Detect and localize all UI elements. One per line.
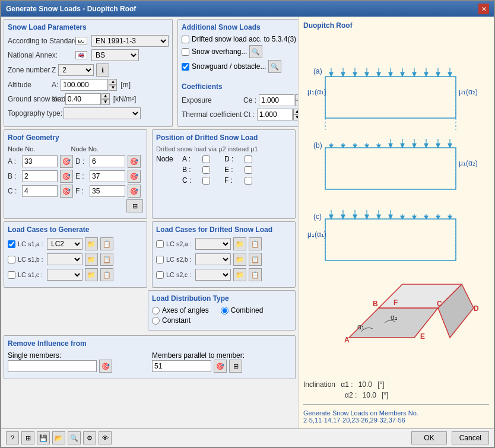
cancel-button[interactable]: Cancel [452,431,489,444]
overhang-search[interactable]: 🔍 [249,45,262,58]
lc-s1a-label: LC s1,a : [18,240,45,247]
lc-s1b-check[interactable] [8,256,15,263]
thermal-up[interactable]: ▲ [293,109,298,115]
ground-snow-up[interactable]: ▲ [101,93,110,99]
thermal-down[interactable]: ▼ [293,115,298,120]
snowguard-checkbox[interactable] [182,63,189,71]
lc-s2c-check[interactable] [156,271,164,279]
lc-s2a-btn2[interactable]: 📋 [249,237,262,250]
lc-s1b-btn1[interactable]: 📁 [85,253,98,266]
parallel-pick[interactable]: 🎯 [214,360,227,373]
standard-select[interactable]: EN 1991-1-3 [91,35,169,47]
lc-s2c-select[interactable] [195,269,231,281]
lc-s2a-check[interactable] [156,240,164,248]
lc-s2b-btn2[interactable]: 📋 [249,253,262,266]
pos-node-b-check[interactable] [202,166,210,174]
parallel-btn2[interactable]: ⊞ [229,360,242,373]
zone-select[interactable]: 2 [58,64,94,76]
svg-text:α₁: α₁ [357,323,364,331]
svg-text:E: E [420,332,425,341]
lc-s1a-btn1[interactable]: 📁 [85,237,98,250]
parallel-input[interactable] [152,360,211,372]
lc-s1a-check[interactable] [8,240,15,248]
bottom-bar: ? ⊞ 💾 📂 🔍 ⚙ 👁 OK Cancel [1,428,494,447]
lc-s2c-btn2[interactable]: 📋 [249,268,262,281]
lc-s2b-btn1[interactable]: 📁 [233,253,246,266]
exposure-ce: Ce : [243,96,256,104]
save-button[interactable]: 💾 [37,431,50,444]
pick-c-left[interactable]: 🎯 [60,185,73,198]
exposure-spinner: ▲ ▼ [259,94,298,106]
snowguard-search[interactable]: 🔍 [268,60,281,73]
ok-button[interactable]: OK [411,431,446,444]
lc-s1a-select[interactable]: LC2 [47,238,82,250]
load-cases-drifted-section: Load Cases for Drifted Snow Load LC s2,a… [152,221,296,288]
remove-influence-title: Remove Influence from [8,339,291,348]
overhang-label: Snow overhang... [192,47,247,56]
lc-s2a-btn1[interactable]: 📁 [233,237,246,250]
pos-node-e-check[interactable] [245,166,252,174]
input-a-right[interactable] [90,155,125,167]
pos-node-a-check[interactable] [202,155,210,163]
svg-text:μ₁(α₂): μ₁(α₂) [459,88,478,96]
input-c-right[interactable] [90,185,125,197]
altitude-input[interactable] [61,79,108,91]
pick-a-right[interactable]: 🎯 [128,155,141,168]
pick-b-left[interactable]: 🎯 [60,170,73,183]
single-input[interactable] [8,360,97,372]
input-c-left[interactable] [22,185,58,197]
constant-radio-row: Constant [152,316,291,325]
alpha2-value: 10.0 [362,391,376,399]
constant-radio[interactable] [152,317,160,325]
lc-s1b-btn2[interactable]: 📋 [100,253,113,266]
lc-s1c-btn2[interactable]: 📋 [100,268,113,281]
roof-row-a: A : 🎯 D : 🎯 [8,155,143,168]
overhang-checkbox[interactable] [182,48,189,56]
close-button[interactable]: ✕ [478,4,489,14]
load-distribution-section: Load Distribution Type Axes of angles Co… [148,290,296,331]
pos-node-f-check[interactable] [245,177,252,185]
exposure-input[interactable] [259,94,294,106]
pick-c-right[interactable]: 🎯 [128,185,141,198]
lc-s2a-select[interactable] [195,238,231,250]
help-button[interactable]: ? [6,431,19,444]
lc-s1b-select[interactable] [47,253,82,265]
zone-info-button[interactable]: ℹ [96,63,109,77]
combined-radio[interactable] [221,307,229,314]
load-button[interactable]: 📂 [52,431,65,444]
thermal-input[interactable] [257,109,293,120]
drifted-checkbox[interactable] [182,36,189,43]
lc-s1c-check[interactable] [8,271,15,279]
lc-s2b-row: LC s2,b : 📁 📋 [156,253,291,266]
lc-s2b-select[interactable] [195,253,231,265]
topo-select[interactable] [64,107,141,119]
input-a-left[interactable] [22,155,58,167]
preview-button[interactable]: 🔍 [68,431,81,444]
pos-node-c-check[interactable] [202,177,210,185]
altitude-up[interactable]: ▲ [109,79,117,85]
lc-s1c-select[interactable] [47,269,82,281]
lc-s2b-check[interactable] [156,256,164,263]
lc-s1a-btn2[interactable]: 📋 [100,237,113,250]
view-button[interactable]: 👁 [99,431,112,444]
svg-marker-60 [329,215,333,219]
roof-row-b: B : 🎯 E : 🎯 [8,170,143,183]
input-b-right[interactable] [90,170,125,182]
ground-snow-down[interactable]: ▼ [101,99,110,105]
axes-radio[interactable] [152,307,160,314]
table-button[interactable]: ⊞ [21,431,34,444]
pos-node-d-check[interactable] [245,155,252,163]
settings-button[interactable]: ⚙ [83,431,96,444]
svg-marker-62 [341,215,345,219]
svg-marker-33 [389,144,392,148]
national-select[interactable]: BS [91,49,139,61]
single-pick[interactable]: 🎯 [99,360,112,373]
input-b-left[interactable] [22,170,58,182]
pick-b-right[interactable]: 🎯 [128,170,141,183]
roof-extra-btn[interactable]: ⊞ [126,199,143,212]
ground-snow-input[interactable] [65,93,101,105]
pick-a-left[interactable]: 🎯 [60,155,73,168]
lc-s1c-btn1[interactable]: 📁 [85,268,98,281]
lc-s2c-btn1[interactable]: 📁 [233,268,246,281]
altitude-down[interactable]: ▼ [109,85,117,91]
